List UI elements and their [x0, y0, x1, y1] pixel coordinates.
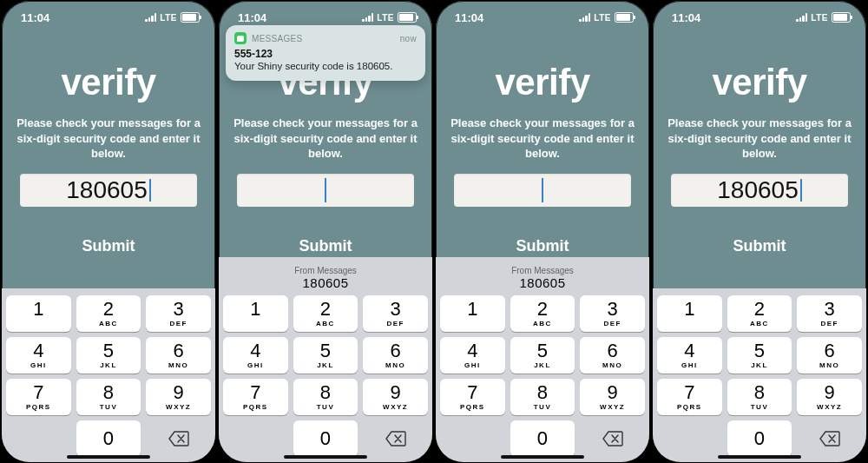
code-input[interactable]: 180605	[671, 174, 848, 207]
keypad-key-5[interactable]: 5JKL	[293, 337, 358, 374]
keypad-key-7[interactable]: 7PQRS	[223, 379, 288, 415]
keypad-key-2[interactable]: 2ABC	[293, 295, 358, 332]
keypad-key-4[interactable]: 4GHI	[6, 337, 71, 374]
keypad-key-7[interactable]: 7PQRS	[6, 379, 71, 415]
carrier-label: LTE	[377, 13, 394, 23]
keypad-key-9[interactable]: 9WXYZ	[146, 379, 211, 415]
keypad-letters: DEF	[169, 320, 187, 327]
keypad-key-3[interactable]: 3DEF	[580, 295, 645, 332]
status-time: 11:04	[238, 11, 266, 24]
numeric-keypad: From Messages1806051 2ABC3DEF4GHI5JKL6MN…	[219, 257, 432, 462]
keypad-digit: 8	[103, 383, 114, 402]
keypad-delete-button[interactable]	[580, 420, 645, 457]
keypad-letters: DEF	[603, 320, 621, 327]
keypad-key-1[interactable]: 1	[6, 295, 71, 332]
keypad-letters: TUV	[751, 403, 769, 411]
keypad-key-8[interactable]: 8TUV	[293, 379, 358, 415]
backspace-icon	[168, 431, 189, 446]
keypad-key-7[interactable]: 7PQRS	[657, 379, 722, 415]
keypad-key-1[interactable]: 1	[440, 295, 505, 332]
keypad-key-9[interactable]: 9WXYZ	[580, 379, 645, 415]
keypad-digit: 5	[754, 341, 765, 360]
status-right: LTE	[579, 12, 634, 23]
numeric-keypad: From Messages1806051 2ABC3DEF4GHI5JKL6MN…	[436, 257, 649, 462]
notification-body: Your Shiny security code is 180605.	[234, 60, 417, 72]
keypad-key-7[interactable]: 7PQRS	[440, 379, 505, 415]
keypad-delete-button[interactable]	[363, 420, 428, 457]
keypad-key-2[interactable]: 2ABC	[510, 295, 575, 332]
page-title: verify	[495, 62, 589, 103]
keypad-key-6[interactable]: 6MNO	[146, 337, 211, 374]
home-indicator[interactable]	[284, 455, 367, 459]
keypad-key-4[interactable]: 4GHI	[440, 337, 505, 374]
keypad-key-2[interactable]: 2ABC	[727, 295, 792, 332]
keypad-key-9[interactable]: 9WXYZ	[797, 379, 862, 415]
keypad-digit: 2	[537, 300, 548, 319]
status-right: LTE	[796, 12, 851, 23]
page-title: verify	[712, 62, 806, 103]
keypad-letters: MNO	[602, 361, 622, 369]
status-right: LTE	[145, 12, 200, 23]
keypad-key-0[interactable]: 0	[727, 420, 792, 457]
keypad-digit: 3	[391, 300, 401, 319]
keypad-key-0[interactable]: 0	[76, 420, 141, 457]
code-input[interactable]: 180605	[20, 174, 197, 207]
keypad-letters: JKL	[100, 361, 117, 369]
keypad-digit: 8	[537, 383, 548, 402]
keypad-key-1[interactable]: 1	[657, 295, 722, 332]
carrier-label: LTE	[594, 13, 611, 23]
keypad-letters: JKL	[317, 361, 334, 369]
code-input[interactable]	[237, 174, 414, 207]
keypad-letters: PQRS	[26, 403, 51, 411]
keypad-key-4[interactable]: 4GHI	[223, 337, 288, 374]
keypad-digit: 9	[608, 383, 618, 402]
carrier-label: LTE	[160, 13, 177, 23]
keypad-key-9[interactable]: 9WXYZ	[363, 379, 428, 415]
code-input[interactable]	[454, 174, 631, 207]
keypad-key-3[interactable]: 3DEF	[146, 295, 211, 332]
keypad-key-3[interactable]: 3DEF	[797, 295, 862, 332]
keypad-key-0[interactable]: 0	[510, 420, 575, 457]
keypad-key-6[interactable]: 6MNO	[580, 337, 645, 374]
keypad-key-4[interactable]: 4GHI	[657, 337, 722, 374]
submit-button[interactable]: Submit	[294, 236, 358, 256]
home-indicator[interactable]	[67, 455, 150, 459]
keypad-key-5[interactable]: 5JKL	[727, 337, 792, 374]
keypad-digit: 6	[608, 341, 618, 360]
home-indicator[interactable]	[718, 455, 801, 459]
keypad-key-3[interactable]: 3DEF	[363, 295, 428, 332]
keypad-digit: 9	[174, 383, 184, 402]
status-time: 11:04	[672, 11, 700, 24]
message-notification[interactable]: MESSAGESnow555-123Your Shiny security co…	[226, 25, 425, 81]
quicktype-suggestion[interactable]: From Messages180605	[223, 262, 428, 292]
keypad-delete-button[interactable]	[797, 420, 862, 457]
submit-button[interactable]: Submit	[511, 236, 575, 256]
carrier-label: LTE	[811, 13, 828, 23]
keypad-key-5[interactable]: 5JKL	[510, 337, 575, 374]
home-indicator[interactable]	[501, 455, 584, 459]
notification-sender: 555-123	[234, 48, 417, 60]
keypad-key-0[interactable]: 0	[293, 420, 358, 457]
keypad-letters: GHI	[681, 361, 698, 369]
keypad-key-6[interactable]: 6MNO	[797, 337, 862, 374]
quicktype-suggestion[interactable]: From Messages180605	[440, 262, 645, 292]
keypad-key-8[interactable]: 8TUV	[727, 379, 792, 415]
instruction-text: Please check your messages for a six-dig…	[450, 116, 635, 162]
keypad-key-2[interactable]: 2ABC	[76, 295, 141, 332]
text-cursor	[800, 179, 802, 202]
submit-button[interactable]: Submit	[728, 236, 792, 256]
keypad-digit: 2	[103, 300, 114, 319]
keypad-letters: ABC	[533, 320, 552, 327]
keypad-digit: 0	[320, 429, 331, 448]
numeric-keypad: From Messages1806051 2ABC3DEF4GHI5JKL6MN…	[653, 288, 866, 462]
keypad-key-1[interactable]: 1	[223, 295, 288, 332]
keypad-digit: 7	[684, 383, 694, 402]
submit-button[interactable]: Submit	[77, 236, 141, 256]
keypad-key-8[interactable]: 8TUV	[76, 379, 141, 415]
keypad-key-5[interactable]: 5JKL	[76, 337, 141, 374]
keypad-delete-button[interactable]	[146, 420, 211, 457]
keypad-key-8[interactable]: 8TUV	[510, 379, 575, 415]
keypad-letters: DEF	[820, 320, 838, 327]
status-time: 11:04	[21, 11, 49, 24]
keypad-key-6[interactable]: 6MNO	[363, 337, 428, 374]
